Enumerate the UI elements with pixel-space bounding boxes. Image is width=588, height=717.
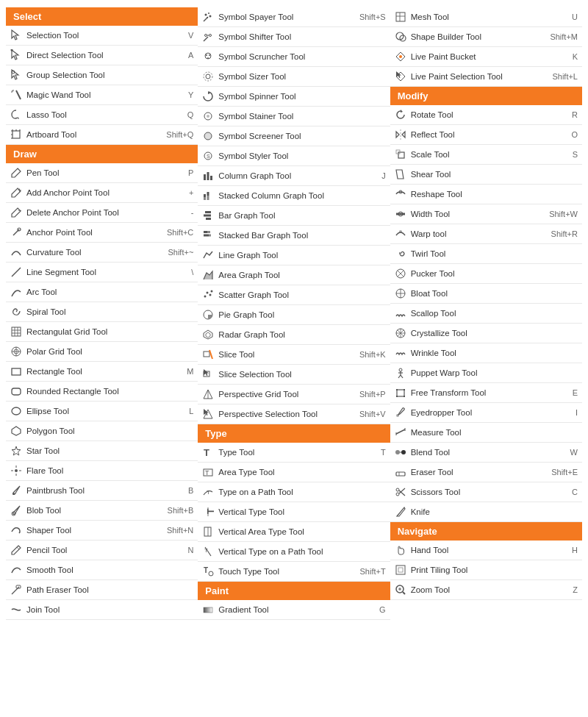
tool-item[interactable]: Live Paint Selection ToolShift+L bbox=[390, 67, 582, 87]
tool-item[interactable]: Pie Graph Tool bbox=[198, 305, 390, 325]
tool-item[interactable]: Ellipse ToolL bbox=[6, 402, 198, 421]
tool-item[interactable]: Measure Tool bbox=[390, 423, 582, 443]
tool-item[interactable]: Symbol Sizer Tool bbox=[198, 67, 390, 87]
tool-item[interactable]: Paintbrush ToolB bbox=[6, 481, 198, 501]
tool-item[interactable]: Star Tool bbox=[6, 441, 198, 461]
tool-item[interactable]: Knife bbox=[390, 502, 582, 522]
tool-item[interactable]: Symbol Shifter Tool bbox=[198, 27, 390, 47]
tool-item[interactable]: Free Transform ToolE bbox=[390, 383, 582, 403]
tool-item[interactable]: Shear Tool bbox=[390, 165, 582, 185]
tool-item[interactable]: Stacked Bar Graph Tool bbox=[198, 226, 390, 246]
tool-name-label: Rectangle Tool bbox=[26, 367, 184, 376]
tool-item[interactable]: Line Segment Tool\ bbox=[6, 263, 198, 282]
tool-item[interactable]: Reshape Tool bbox=[390, 185, 582, 204]
tool-item[interactable]: Vertical Area Type Tool bbox=[198, 522, 390, 542]
tool-item[interactable]: Pen ToolP bbox=[6, 163, 198, 183]
tool-item[interactable]: SSymbol Styler Tool bbox=[198, 146, 390, 166]
tool-item[interactable]: Mesh ToolU bbox=[390, 7, 582, 27]
tool-item[interactable]: Rectangle ToolM bbox=[6, 362, 198, 382]
tool-name-label: Reflect Tool bbox=[411, 130, 569, 139]
tool-item[interactable]: Eraser ToolShift+E bbox=[390, 463, 582, 482]
tool-item[interactable]: TType ToolT bbox=[198, 443, 390, 463]
tool-item[interactable]: Selection ToolV bbox=[6, 26, 198, 46]
tool-item[interactable]: Curvature ToolShift+~ bbox=[6, 243, 198, 263]
tool-item[interactable]: Artboard ToolShift+Q bbox=[6, 125, 198, 145]
tool-name-label: Add Anchor Point Tool bbox=[26, 188, 186, 197]
tool-item[interactable]: Column Graph ToolJ bbox=[198, 166, 390, 186]
tool-item[interactable]: Rounded Rectangle Tool bbox=[6, 382, 198, 402]
tool-shortcut-label: Shift+T bbox=[360, 567, 386, 576]
tool-item[interactable]: Width ToolShift+W bbox=[390, 204, 582, 224]
tool-item[interactable]: Hand ToolH bbox=[390, 541, 582, 560]
tool-item[interactable]: Symbol Spayer ToolShift+S bbox=[198, 7, 390, 27]
tool-item[interactable]: Eyedropper ToolI bbox=[390, 403, 582, 423]
tool-item[interactable]: Path Eraser Tool bbox=[6, 580, 198, 600]
tool-item[interactable]: Scissors ToolC bbox=[390, 482, 582, 502]
tool-item[interactable]: Spiral Tool bbox=[6, 302, 198, 322]
tool-item[interactable]: Wrinkle Tool bbox=[390, 343, 582, 363]
tool-item[interactable]: Scallop Tool bbox=[390, 304, 582, 324]
tool-item[interactable]: Lasso ToolQ bbox=[6, 105, 198, 125]
tool-item[interactable]: Bloat Tool bbox=[390, 284, 582, 304]
tool-item[interactable]: Shape Builder ToolShift+M bbox=[390, 27, 582, 47]
tool-item[interactable]: Symbol Stainer Tool bbox=[198, 107, 390, 126]
tool-item[interactable]: Gradient ToolG bbox=[198, 600, 390, 620]
tool-item[interactable]: Group Selection Tool bbox=[6, 65, 198, 85]
tool-shortcut-label: T bbox=[381, 448, 386, 457]
tool-item[interactable]: Zoom ToolZ bbox=[390, 580, 582, 600]
tool-item[interactable]: Live Paint BucketK bbox=[390, 47, 582, 67]
tool-item[interactable]: Blob ToolShift+B bbox=[6, 501, 198, 521]
tool-item[interactable]: Puppet Warp Tool bbox=[390, 363, 582, 383]
tool-name-label: Mesh Tool bbox=[411, 13, 569, 21]
tool-item[interactable]: Direct Selection ToolA bbox=[6, 46, 198, 65]
tool-item[interactable]: Magic Wand ToolY bbox=[6, 85, 198, 105]
tool-item[interactable]: Twirl Tool bbox=[390, 244, 582, 264]
tool-item[interactable]: Symbol Scruncher Tool bbox=[198, 47, 390, 67]
tool-item[interactable]: Shaper ToolShift+N bbox=[6, 521, 198, 541]
tool-shortcut-label: C bbox=[572, 488, 578, 496]
tool-item[interactable]: Slice ToolShift+K bbox=[198, 345, 390, 365]
tool-item[interactable]: −Delete Anchor Point Tool- bbox=[6, 203, 198, 223]
tool-item[interactable]: Smooth Tool bbox=[6, 560, 198, 580]
tool-name-label: Artboard Tool bbox=[26, 130, 163, 139]
tool-item[interactable]: Rectangulat Grid Tool bbox=[6, 322, 198, 342]
tool-item[interactable]: Blend ToolW bbox=[390, 443, 582, 463]
tool-item[interactable]: Stacked Column Graph Tool bbox=[198, 186, 390, 206]
tool-item[interactable]: TArea Type Tool bbox=[198, 463, 390, 482]
tool-item[interactable]: Area Graph Tool bbox=[198, 265, 390, 285]
tool-item[interactable]: Perspective Grid ToolShift+P bbox=[198, 385, 390, 404]
tool-item[interactable]: Flare Tool bbox=[6, 461, 198, 481]
tool-item[interactable]: TVertical Type Tool bbox=[198, 502, 390, 522]
tool-item[interactable]: Anchor Point ToolShift+C bbox=[6, 223, 198, 243]
tool-item[interactable]: Pucker Tool bbox=[390, 264, 582, 284]
tool-shortcut-label: Q bbox=[187, 110, 194, 119]
tool-item[interactable]: Slice Selection Tool bbox=[198, 365, 390, 385]
tool-item[interactable]: Arc Tool bbox=[6, 282, 198, 302]
tool-item[interactable]: +Add Anchor Point Tool+ bbox=[6, 183, 198, 203]
tool-item[interactable]: Symbol Spinner Tool bbox=[198, 87, 390, 107]
tool-name-label: Spiral Tool bbox=[26, 307, 193, 316]
tool-item[interactable]: Scatter Graph Tool bbox=[198, 285, 390, 305]
tool-item[interactable]: Warp toolShift+R bbox=[390, 224, 582, 244]
line-segment-icon bbox=[9, 265, 24, 279]
arc-icon bbox=[9, 285, 24, 299]
tool-item[interactable]: Crystallize Tool bbox=[390, 324, 582, 343]
tool-item[interactable]: Radar Graph Tool bbox=[198, 325, 390, 345]
tool-item[interactable]: Print Tiling Tool bbox=[390, 560, 582, 580]
tool-item[interactable]: Line Graph Tool bbox=[198, 246, 390, 265]
tool-item[interactable]: TType on a Path Tool bbox=[198, 482, 390, 502]
tool-name-label: Scallop Tool bbox=[411, 309, 578, 318]
tool-item[interactable]: Join Tool bbox=[6, 600, 198, 620]
tool-item[interactable]: Perspective Selection ToolShift+V bbox=[198, 404, 390, 424]
tool-item[interactable]: Scale ToolS bbox=[390, 145, 582, 165]
slice-icon bbox=[201, 347, 215, 362]
tool-item[interactable]: Polar Grid Tool bbox=[6, 342, 198, 362]
tool-item[interactable]: Rotate ToolR bbox=[390, 105, 582, 125]
tool-item[interactable]: TTouch Type ToolShift+T bbox=[198, 562, 390, 582]
tool-item[interactable]: Symbol Screener Tool bbox=[198, 126, 390, 146]
tool-item[interactable]: Polygon Tool bbox=[6, 421, 198, 441]
tool-item[interactable]: TVertical Type on a Path Tool bbox=[198, 542, 390, 562]
tool-item[interactable]: Pencil ToolN bbox=[6, 541, 198, 560]
tool-item[interactable]: Reflect ToolO bbox=[390, 125, 582, 145]
tool-item[interactable]: Bar Graph Tool bbox=[198, 206, 390, 226]
